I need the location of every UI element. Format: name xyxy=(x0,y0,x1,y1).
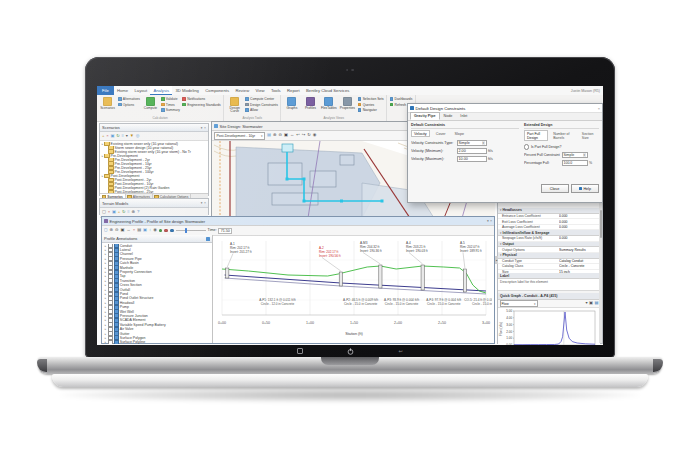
help-button[interactable]: Help xyxy=(571,184,599,193)
tree-expander-icon[interactable]: ▸ xyxy=(104,332,107,336)
time-slider-thumb[interactable] xyxy=(185,228,188,232)
tree-expander-icon[interactable]: ▸ xyxy=(104,305,107,309)
signed-in-user[interactable]: Justin Mason (R5) xyxy=(571,89,603,93)
tree-expander-icon[interactable]: ▸ xyxy=(104,288,107,292)
dialog-tab-slope[interactable]: Slope xyxy=(452,130,467,137)
is-part-full-design-checkbox[interactable] xyxy=(524,144,529,149)
dialog-tab-inlet[interactable]: Inlet xyxy=(456,112,471,120)
tab-layout[interactable]: Layout xyxy=(131,86,150,95)
duplicate-icon[interactable]: ▣ xyxy=(143,228,147,232)
ribbon-button-profiles[interactable]: Profiles xyxy=(302,96,318,110)
ribbon-button-summary[interactable]: Summary xyxy=(161,108,180,112)
velocity-constraints-type-select[interactable]: Simple▾ xyxy=(457,140,487,146)
tree-expander-icon[interactable]: ▸ xyxy=(104,310,107,314)
tree-expander-icon[interactable]: ▸ xyxy=(104,252,107,256)
percentage-full-field[interactable]: 100.0 xyxy=(562,160,588,166)
help-icon[interactable]: ? xyxy=(137,210,139,214)
ribbon-button-times[interactable]: Times xyxy=(161,103,180,107)
duplicate-icon[interactable]: ▣ xyxy=(112,210,116,214)
ribbon-button-queries[interactable]: Queries xyxy=(358,103,384,107)
pan-icon[interactable]: ↔ xyxy=(126,228,130,232)
dialog-tab-cover[interactable]: Cover xyxy=(433,130,449,137)
tab-review[interactable]: Review xyxy=(232,86,252,95)
tree-expander-icon[interactable]: ▸ xyxy=(104,301,107,305)
pan-icon[interactable]: ↔ xyxy=(290,133,294,137)
graph-popout-icon[interactable]: ▣ xyxy=(589,301,593,305)
export-icon[interactable]: ↑ xyxy=(149,228,151,232)
tab-tools[interactable]: Tools xyxy=(268,86,284,95)
ribbon-button-dashboards[interactable]: Dashboards xyxy=(390,97,413,101)
velocity-minimum-field[interactable]: 2.00 xyxy=(457,148,487,154)
ribbon-button-design-constraints[interactable]: Design Constraints xyxy=(245,103,278,107)
ribbon-button-allow[interactable]: Allow xyxy=(245,108,278,112)
ribbon-button-validate[interactable]: Validate xyxy=(161,97,180,101)
list-view-icon[interactable]: ≡ xyxy=(122,134,124,138)
tree-expander-icon[interactable]: ▸ xyxy=(104,274,107,278)
dialog-tab-section-size[interactable]: Section Size xyxy=(579,130,599,141)
tab-3d-modeling[interactable]: 3D Modeling xyxy=(172,86,202,95)
power-icon[interactable] xyxy=(347,348,354,355)
record-button[interactable] xyxy=(170,229,174,233)
tree-expander-icon[interactable]: ▸ xyxy=(104,248,107,252)
refresh-icon[interactable]: ↻ xyxy=(122,210,126,214)
previous-view-icon[interactable]: ↩ xyxy=(296,133,300,137)
zoom-out-icon[interactable]: ⊖ xyxy=(115,228,119,232)
graph-series-dropdown[interactable]: Flow▾ xyxy=(500,300,538,307)
percent-full-constraint-type-select[interactable]: Simple▾ xyxy=(562,152,588,158)
search-icon[interactable]: ◎ xyxy=(136,134,140,138)
play-button[interactable] xyxy=(159,229,163,233)
tree-expander-icon[interactable]: ▸ xyxy=(104,270,107,274)
dialog-tab-node[interactable]: Node xyxy=(440,112,457,120)
tree-expander-icon[interactable]: ▸ xyxy=(104,327,107,331)
ribbon-button-properties[interactable]: Properties xyxy=(339,96,355,110)
dialog-tab-part-full-design[interactable]: Part Full Design xyxy=(524,130,548,141)
quick-graph-chart[interactable]: 5.004.003.002.001.000.00Flow (cfs) xyxy=(498,308,600,345)
ribbon-button-options[interactable]: Options xyxy=(118,103,140,107)
zoom-in-icon[interactable]: ⊕ xyxy=(109,228,113,232)
refresh-icon[interactable]: ↻ xyxy=(116,134,120,138)
zoom-in-icon[interactable]: ⊕ xyxy=(132,210,136,214)
close-icon[interactable]: × xyxy=(204,126,206,130)
dialog-tab-gravity-pipe[interactable]: Gravity Pipe xyxy=(410,112,440,120)
tree-expander-icon[interactable]: ▸ xyxy=(104,292,107,296)
tab-report[interactable]: Report xyxy=(284,86,303,95)
select-icon[interactable]: ▢ xyxy=(102,210,106,214)
delete-icon[interactable]: × xyxy=(106,134,108,138)
next-view-icon[interactable]: ↪ xyxy=(302,133,306,137)
tree-expander-icon[interactable]: ▸ xyxy=(104,261,107,265)
recent-apps-icon[interactable] xyxy=(297,348,303,354)
annotations-settings-icon[interactable] xyxy=(206,237,210,241)
ribbon-button-scenarios[interactable]: Scenarios xyxy=(100,96,116,110)
velocity-maximum-field[interactable]: 10.00 xyxy=(457,156,487,162)
list-view-icon[interactable]: ≡ xyxy=(127,210,129,214)
tree-expander-icon[interactable]: ▸ xyxy=(104,340,107,343)
zoom-in-icon[interactable]: ⊕ xyxy=(273,133,277,137)
ribbon-button-design-curve[interactable]: Design Curve xyxy=(227,96,243,113)
close-button[interactable]: Close xyxy=(541,184,569,193)
tab-analysis[interactable]: Analysis xyxy=(150,86,172,95)
new-scenario-icon[interactable]: + xyxy=(102,134,104,138)
panel-splitter-arrow[interactable]: ◂ xyxy=(495,256,498,264)
graph-options-icon[interactable]: ▾ xyxy=(585,301,587,305)
dialog-close-icon[interactable]: × xyxy=(598,106,600,111)
fit-view-icon[interactable]: ▤ xyxy=(267,133,271,137)
zoom-out-icon[interactable]: ⊖ xyxy=(278,133,282,137)
tab-components[interactable]: Components xyxy=(202,86,232,95)
tree-expander-icon[interactable]: ▸ xyxy=(104,318,107,322)
ribbon-button-engineering-standards[interactable]: Engineering Standards xyxy=(182,103,220,107)
tab-bentley-cloud-services[interactable]: Bentley Cloud Services xyxy=(303,86,353,95)
rotate-view-icon[interactable]: ↻ xyxy=(307,133,311,137)
annotation-checkbox[interactable] xyxy=(108,340,113,343)
ribbon-button-compute-center[interactable]: Compute Center xyxy=(245,97,278,101)
ribbon-button-notifications[interactable]: Notifications xyxy=(182,97,220,101)
scenario-dropdown[interactable]: Post-Development - 10yr▾ xyxy=(214,132,265,140)
dialog-tab-velocity[interactable]: Velocity xyxy=(411,130,430,137)
time-slider[interactable] xyxy=(176,230,206,231)
dialog-tab-number-of-barrels[interactable]: Number of Barrels xyxy=(550,130,577,141)
delete-icon[interactable]: × xyxy=(133,228,135,232)
tree-expander-icon[interactable]: ▸ xyxy=(104,323,107,327)
new-scenario-icon[interactable]: + xyxy=(118,210,120,214)
zoom-window-icon[interactable]: ▣ xyxy=(284,133,288,137)
delete-icon[interactable]: × xyxy=(108,210,110,214)
graph-chart-icon[interactable]: ▤ xyxy=(595,301,599,305)
